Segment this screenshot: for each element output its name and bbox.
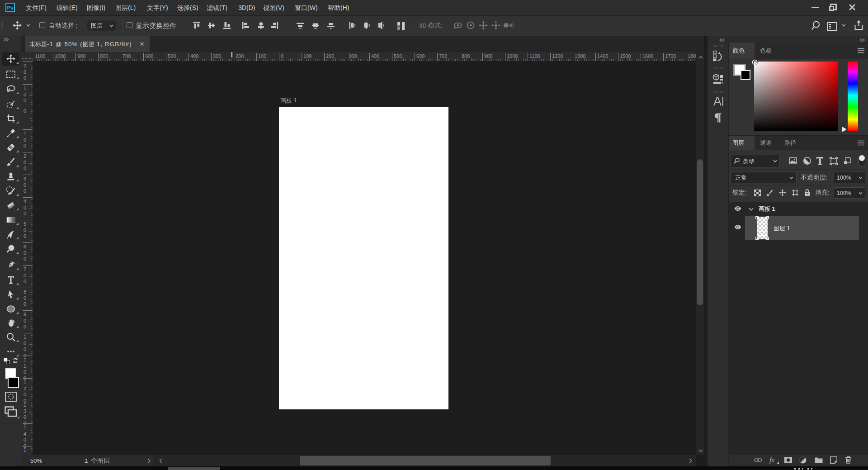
svg-text:1300: 1300: [575, 53, 585, 59]
svg-text:0: 0: [24, 256, 26, 261]
svg-text:700: 700: [439, 53, 447, 59]
svg-text:500: 500: [168, 53, 176, 59]
svg-text:0: 0: [24, 211, 26, 216]
svg-text:0: 0: [24, 92, 26, 97]
svg-text:0: 0: [24, 205, 26, 210]
svg-text:600: 600: [416, 53, 425, 59]
svg-text:1: 1: [24, 85, 26, 91]
svg-text:0: 0: [24, 324, 26, 329]
svg-text:4: 4: [24, 199, 26, 204]
svg-text:0: 0: [24, 137, 26, 142]
svg-text:800: 800: [100, 53, 108, 59]
svg-text:0: 0: [24, 347, 26, 352]
svg-text:0: 0: [24, 166, 26, 171]
svg-text:1700: 1700: [665, 53, 676, 59]
svg-text:1: 1: [24, 131, 26, 136]
svg-text:0: 0: [24, 273, 26, 278]
svg-text:600: 600: [145, 53, 153, 59]
svg-text:1600: 1600: [642, 53, 653, 59]
svg-text:5: 5: [24, 221, 26, 227]
svg-text:0: 0: [24, 75, 26, 81]
svg-text:500: 500: [394, 53, 402, 59]
svg-text:0: 0: [24, 188, 26, 194]
svg-text:700: 700: [123, 53, 131, 59]
svg-text:1: 1: [24, 402, 26, 408]
svg-text:0: 0: [24, 160, 26, 165]
svg-text:0: 0: [24, 250, 26, 256]
svg-text:900: 900: [77, 53, 85, 59]
svg-text:0: 0: [24, 437, 26, 442]
svg-text:100: 100: [258, 53, 266, 59]
svg-text:400: 400: [371, 53, 379, 59]
svg-text:900: 900: [484, 53, 492, 59]
svg-text:0: 0: [24, 228, 26, 233]
svg-text:1100: 1100: [35, 53, 46, 59]
svg-text:0: 0: [24, 295, 26, 301]
svg-text:1400: 1400: [597, 53, 608, 59]
svg-text:0: 0: [24, 98, 26, 103]
svg-text:0: 0: [24, 69, 26, 75]
svg-text:1000: 1000: [507, 53, 518, 59]
svg-text:2: 2: [24, 153, 26, 159]
svg-text:1: 1: [24, 357, 26, 362]
svg-text:1200: 1200: [552, 53, 563, 59]
svg-text:1: 1: [24, 447, 26, 453]
svg-text:0: 0: [24, 233, 26, 239]
svg-text:300: 300: [213, 53, 221, 59]
svg-text:4: 4: [24, 431, 26, 437]
svg-text:0: 0: [24, 341, 26, 346]
svg-text:300: 300: [349, 53, 357, 59]
svg-text:3: 3: [24, 176, 26, 181]
svg-text:800: 800: [462, 53, 470, 59]
svg-text:0: 0: [24, 301, 26, 307]
svg-text:0: 0: [24, 279, 26, 284]
svg-text:0: 0: [24, 369, 26, 375]
svg-text:8: 8: [24, 289, 26, 294]
svg-text:3: 3: [24, 408, 26, 414]
svg-text:0: 0: [24, 414, 26, 420]
svg-text:1: 1: [24, 425, 26, 430]
svg-text:1: 1: [24, 380, 26, 385]
svg-text:1: 1: [24, 363, 26, 369]
svg-text:1: 1: [24, 334, 26, 340]
svg-text:2: 2: [24, 63, 26, 68]
svg-text:6: 6: [24, 244, 26, 249]
svg-text:1100: 1100: [529, 53, 540, 59]
svg-text:0: 0: [24, 182, 26, 188]
svg-text:200: 200: [326, 53, 334, 59]
svg-text:0: 0: [24, 392, 26, 397]
svg-text:0: 0: [24, 143, 26, 148]
svg-text:0: 0: [24, 108, 26, 114]
svg-text:100: 100: [303, 53, 311, 59]
svg-text:1000: 1000: [55, 53, 66, 59]
svg-text:1800: 1800: [688, 53, 696, 59]
svg-text:9: 9: [24, 312, 26, 317]
svg-text:7: 7: [24, 266, 26, 272]
svg-text:400: 400: [190, 53, 198, 59]
svg-text:2: 2: [24, 386, 26, 391]
svg-text:1500: 1500: [620, 53, 631, 59]
svg-text:0: 0: [24, 318, 26, 323]
svg-text:0: 0: [281, 53, 283, 59]
svg-text:200: 200: [236, 53, 244, 59]
